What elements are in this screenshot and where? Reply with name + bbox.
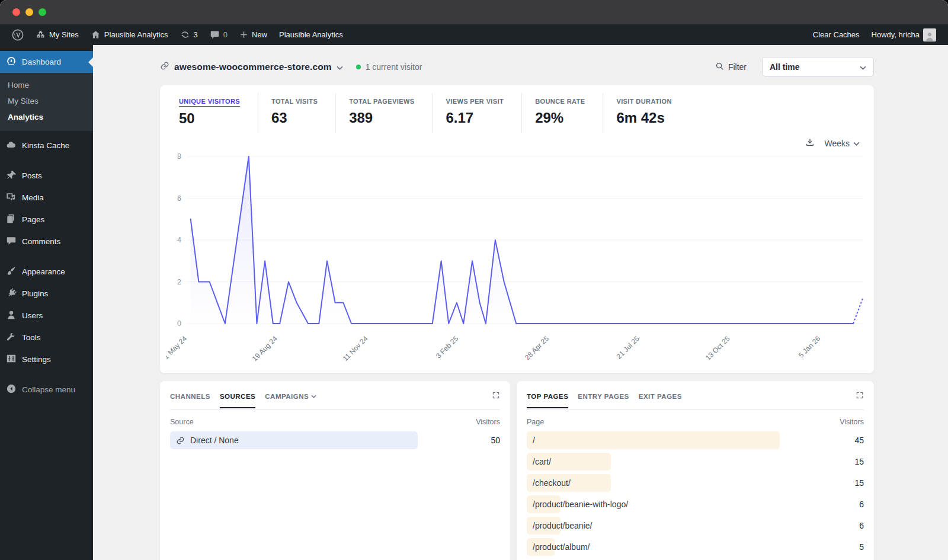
table-row[interactable]: /45 [527, 431, 864, 449]
link-icon [160, 61, 169, 73]
updates-menu[interactable]: 3 [174, 24, 204, 45]
current-visitors-label: 1 current visitor [366, 62, 422, 72]
zoom-window-button[interactable] [39, 8, 46, 16]
tab-top-pages[interactable]: TOP PAGES [527, 393, 568, 400]
sidebar-item-dashboard[interactable]: Dashboard [0, 51, 93, 73]
table-row[interactable]: /product/beanie-with-logo/6 [527, 495, 864, 513]
visitors-line-chart[interactable]: 0246831 May 2419 Aug 2411 Nov 243 Feb 25… [166, 151, 868, 371]
site-menu[interactable]: Plausible Analytics [85, 24, 174, 45]
new-content-menu[interactable]: New [233, 24, 273, 45]
expand-icon[interactable] [856, 391, 864, 402]
account-menu[interactable]: Howdy, hricha [866, 24, 942, 45]
sources-key-header: Source [170, 418, 194, 426]
sidebar-item-home[interactable]: Home [0, 77, 93, 93]
minimize-window-button[interactable] [25, 8, 33, 16]
sidebar-item-appearance[interactable]: Appearance [0, 261, 93, 283]
dashboard-gauge-icon [6, 56, 17, 68]
expand-icon[interactable] [492, 391, 500, 402]
stat-unique-visitors[interactable]: UNIQUE VISITORS 50 [166, 93, 258, 133]
collapse-menu-button[interactable]: Collapse menu [0, 379, 93, 401]
sidebar-item-plugins[interactable]: Plugins [0, 283, 93, 305]
dashboard-submenu: Home My Sites Analytics [0, 73, 93, 131]
row-label: /product/beanie-with-logo/ [527, 500, 628, 509]
home-icon [91, 30, 101, 40]
howdy-label: Howdy, hricha [872, 30, 920, 39]
stat-total-visits[interactable]: TOTAL VISITS 63 [258, 93, 336, 133]
plug-icon [6, 287, 17, 300]
sidebar-item-tools[interactable]: Tools [0, 327, 93, 348]
wordpress-logo-icon [12, 29, 24, 41]
table-row[interactable]: /checkout/15 [527, 474, 864, 492]
sources-panel: CHANNELS SOURCES CAMPAIGNS Source Visito… [160, 381, 510, 560]
row-value: 15 [854, 457, 864, 466]
sidebar-item-pages[interactable]: Pages [0, 209, 93, 231]
stat-total-pageviews[interactable]: TOTAL PAGEVIEWS 389 [336, 93, 433, 133]
date-range-select[interactable]: All time [762, 57, 874, 76]
sidebar-item-comments[interactable]: Comments [0, 231, 93, 252]
stats-row: UNIQUE VISITORS 50 TOTAL VISITS 63 TOTAL… [166, 93, 868, 133]
table-row[interactable]: Direct / None50 [170, 431, 500, 449]
svg-text:5 Jan 26: 5 Jan 26 [797, 334, 822, 360]
stat-bounce-rate[interactable]: BOUNCE RATE 29% [522, 93, 603, 133]
new-label: New [252, 30, 267, 39]
wp-logo-menu[interactable] [6, 24, 30, 45]
sidebar-item-media[interactable]: Media [0, 187, 93, 209]
filter-button[interactable]: Filter [715, 62, 747, 72]
pages-icon [6, 213, 17, 226]
pages-value-header: Visitors [840, 418, 864, 426]
user-icon [6, 309, 17, 322]
svg-text:28 Apr 25: 28 Apr 25 [523, 334, 550, 361]
comments-menu[interactable]: 0 [204, 24, 233, 45]
svg-text:0: 0 [177, 319, 181, 328]
tab-entry-pages[interactable]: ENTRY PAGES [578, 393, 629, 400]
tab-sources[interactable]: SOURCES [220, 393, 255, 400]
site-domain-selector[interactable]: awesome-woocommerce-store.com [174, 62, 332, 72]
row-value: 15 [854, 478, 864, 488]
tab-exit-pages[interactable]: EXIT PAGES [639, 393, 682, 400]
tab-channels[interactable]: CHANNELS [170, 393, 210, 400]
chevron-down-icon[interactable] [337, 62, 343, 72]
plausible-adminbar-link[interactable]: Plausible Analytics [273, 24, 349, 45]
row-label: /cart/ [527, 457, 551, 466]
sidebar-item-posts[interactable]: Posts [0, 165, 93, 187]
analytics-chart-card: UNIQUE VISITORS 50 TOTAL VISITS 63 TOTAL… [160, 85, 874, 373]
svg-text:19 Aug 24: 19 Aug 24 [251, 334, 279, 363]
sidebar-item-users[interactable]: Users [0, 305, 93, 327]
svg-text:21 Jul 25: 21 Jul 25 [615, 334, 642, 361]
download-export-icon[interactable] [805, 137, 815, 149]
avatar [923, 28, 936, 41]
my-sites-label: My Sites [49, 30, 79, 39]
app-window: My Sites Plausible Analytics 3 0 New [0, 0, 948, 560]
table-row[interactable]: /product/album/5 [527, 538, 864, 556]
stat-visit-duration[interactable]: VISIT DURATION 6m 42s [603, 93, 689, 133]
collapse-arrow-icon [6, 383, 17, 396]
close-window-button[interactable] [12, 8, 20, 16]
svg-text:3 Feb 25: 3 Feb 25 [434, 334, 460, 360]
my-sites-menu[interactable]: My Sites [30, 24, 85, 45]
sidebar-item-settings[interactable]: Settings [0, 348, 93, 370]
sidebar-item-kinsta-cache[interactable]: Kinsta Cache [0, 135, 93, 156]
clear-caches-button[interactable]: Clear Caches [807, 24, 866, 45]
row-value: 6 [859, 521, 864, 530]
stat-views-per-visit[interactable]: VIEWS PER VISIT 6.17 [433, 93, 522, 133]
wrench-icon [6, 331, 17, 344]
svg-text:31 May 24: 31 May 24 [166, 334, 188, 364]
cloud-icon [6, 139, 17, 152]
svg-text:2: 2 [177, 278, 181, 286]
chevron-down-icon [860, 62, 866, 72]
interval-select[interactable]: Weeks [824, 139, 860, 148]
macos-titlebar [0, 0, 948, 24]
svg-text:6: 6 [177, 194, 181, 203]
search-icon [715, 62, 724, 72]
wp-sidebar: Dashboard Home My Sites Analytics Kinsta… [0, 45, 93, 560]
sidebar-item-my-sites[interactable]: My Sites [0, 93, 93, 109]
table-row[interactable]: /product/beanie/6 [527, 517, 864, 535]
pages-key-header: Page [527, 418, 544, 426]
table-row[interactable]: /cart/15 [527, 453, 864, 471]
row-label: /product/album/ [527, 542, 590, 552]
tab-campaigns[interactable]: CAMPAIGNS [265, 393, 316, 400]
network-sites-icon [36, 30, 46, 40]
sidebar-item-analytics[interactable]: Analytics [0, 109, 93, 125]
sources-value-header: Visitors [476, 418, 500, 426]
updates-count: 3 [194, 30, 198, 39]
